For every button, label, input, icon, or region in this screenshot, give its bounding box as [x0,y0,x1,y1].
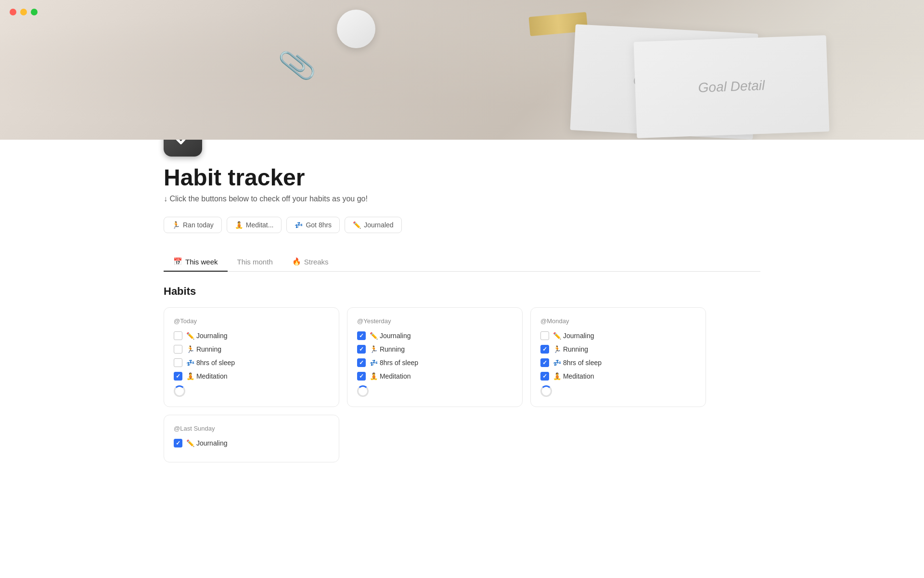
tab-this-month[interactable]: This month [228,252,282,272]
habit-label-sleep-monday: 💤 8hrs of sleep [553,359,602,367]
tab-label-streaks: Streaks [304,258,329,266]
header-banner: 📎 Goal Detail Goal Detail [0,0,924,140]
habits-cards-grid: @Today ✏️ Journaling 🏃 Running 💤 8hrs of… [164,307,760,462]
checkbox-running-today[interactable] [174,345,182,354]
quick-action-icon-got-8hrs: 💤 [295,221,303,229]
quick-action-icon-journaled: ✏️ [353,221,361,229]
habit-label-meditation-yesterday: 🧘 Meditation [370,372,411,380]
minimize-button[interactable] [20,9,27,15]
loading-spinner-monday [540,385,552,397]
habit-item-journal-today[interactable]: ✏️ Journaling [174,331,329,340]
maximize-button[interactable] [31,9,38,15]
habit-label-running-today: 🏃 Running [186,345,221,353]
tab-icon-streaks: 🔥 [292,257,301,266]
decorative-clip: 📎 [276,45,318,85]
habit-item-meditation-yesterday[interactable]: 🧘 Meditation [357,372,513,381]
habit-label-journal-monday: ✏️ Journaling [553,332,594,340]
habit-item-running-monday[interactable]: 🏃 Running [540,345,696,354]
habit-card-last-sunday: @Last Sunday ✏️ Journaling [164,415,339,462]
habits-section-title: Habits [164,285,760,298]
loading-spinner-yesterday [357,385,369,397]
checkbox-running-monday[interactable] [540,345,549,354]
habit-item-sleep-monday[interactable]: 💤 8hrs of sleep [540,358,696,367]
habit-label-journal-today: ✏️ Journaling [186,332,228,340]
checkbox-sleep-today[interactable] [174,358,182,367]
habit-item-journal-monday[interactable]: ✏️ Journaling [540,331,696,340]
tab-this-week[interactable]: 📅This week [164,252,228,272]
page-title: Habit tracker [164,164,760,191]
tab-label-this-month: This month [237,258,273,266]
habit-item-journal-yesterday[interactable]: ✏️ Journaling [357,331,513,340]
tab-icon-this-week: 📅 [173,257,182,266]
close-button[interactable] [10,9,16,15]
habit-item-sleep-today[interactable]: 💤 8hrs of sleep [174,358,329,367]
card-date-yesterday: @Yesterday [357,317,513,325]
quick-action-label-journaled: Journaled [364,221,394,229]
habit-item-running-yesterday[interactable]: 🏃 Running [357,345,513,354]
card-date-today: @Today [174,317,329,325]
tab-label-this-week: This week [185,258,218,266]
tab-streaks[interactable]: 🔥Streaks [282,252,338,272]
decorative-notebook-front: Goal Detail [634,35,830,138]
quick-action-icon-ran-today: 🏃 [172,221,180,229]
checkbox-journal-yesterday[interactable] [357,331,366,340]
loading-spinner-today [174,385,185,397]
habit-label-sleep-yesterday: 💤 8hrs of sleep [370,359,418,367]
habit-item-journal-sunday[interactable]: ✏️ Journaling [174,439,329,447]
checkbox-journal-monday[interactable] [540,331,549,340]
main-content: Habit tracker ↓ Click the buttons below … [125,118,799,509]
habit-label-journal-sunday: ✏️ Journaling [186,439,228,447]
checkbox-running-yesterday[interactable] [357,345,366,354]
checkbox-meditation-today[interactable] [174,372,182,381]
habit-item-running-today[interactable]: 🏃 Running [174,345,329,354]
quick-action-label-got-8hrs: Got 8hrs [306,221,332,229]
decorative-cup [337,10,375,48]
quick-action-label-ran-today: Ran today [183,221,214,229]
quick-actions-bar: 🏃Ran today🧘Meditat...💤Got 8hrs✏️Journale… [164,217,760,233]
habit-label-meditation-monday: 🧘 Meditation [553,372,594,380]
habit-item-meditation-today[interactable]: 🧘 Meditation [174,372,329,381]
habit-item-meditation-monday[interactable]: 🧘 Meditation [540,372,696,381]
checkbox-sleep-yesterday[interactable] [357,358,366,367]
quick-action-meditated[interactable]: 🧘Meditat... [227,217,282,233]
checkbox-journal-sunday[interactable] [174,439,182,447]
card-date-monday: @Monday [540,317,696,325]
checkbox-journal-today[interactable] [174,331,182,340]
habit-label-running-monday: 🏃 Running [553,345,588,353]
notebook-front-text: Goal Detail [698,78,765,96]
habit-label-running-yesterday: 🏃 Running [370,345,405,353]
quick-action-journaled[interactable]: ✏️Journaled [345,217,402,233]
habit-card-monday: @Monday ✏️ Journaling 🏃 Running 💤 8hrs o… [530,307,706,407]
page-subtitle: ↓ Click the buttons below to check off y… [164,195,760,203]
habit-label-journal-yesterday: ✏️ Journaling [370,332,411,340]
checkbox-sleep-monday[interactable] [540,358,549,367]
checkbox-meditation-yesterday[interactable] [357,372,366,381]
card-date-last-sunday: @Last Sunday [174,425,329,432]
tabs-bar: 📅This weekThis month🔥Streaks [164,252,760,272]
quick-action-got-8hrs[interactable]: 💤Got 8hrs [286,217,340,233]
habit-label-meditation-today: 🧘 Meditation [186,372,227,380]
habit-label-sleep-today: 💤 8hrs of sleep [186,359,235,367]
quick-action-ran-today[interactable]: 🏃Ran today [164,217,222,233]
habit-item-sleep-yesterday[interactable]: 💤 8hrs of sleep [357,358,513,367]
quick-action-label-meditated: Meditat... [246,221,274,229]
checkbox-meditation-monday[interactable] [540,372,549,381]
habit-card-today: @Today ✏️ Journaling 🏃 Running 💤 8hrs of… [164,307,339,407]
window-controls [10,9,38,15]
quick-action-icon-meditated: 🧘 [235,221,243,229]
habit-card-yesterday: @Yesterday ✏️ Journaling 🏃 Running 💤 8hr… [347,307,523,407]
